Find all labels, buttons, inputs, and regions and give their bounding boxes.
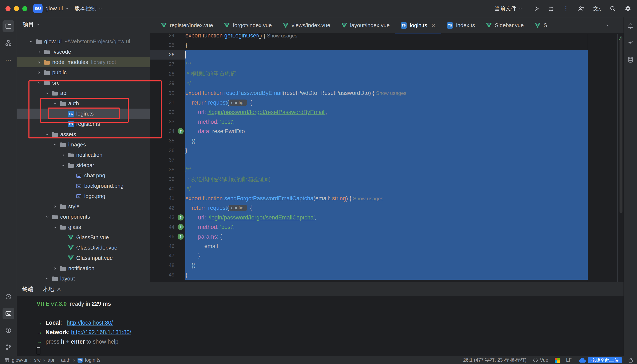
code-line-35[interactable]: }) (185, 136, 623, 146)
more-button[interactable]: ⋮ (562, 4, 570, 13)
code-line-47[interactable]: } (185, 251, 623, 261)
tool-button-structure[interactable] (3, 37, 14, 49)
gutter-line-42[interactable]: 42 (150, 203, 185, 213)
code-line-46[interactable]: email (185, 241, 623, 251)
project-tree-item[interactable]: glow-ui~/WebstormProjects/glow-ui (17, 36, 150, 47)
tab-list-chevron[interactable] (604, 23, 610, 27)
chevron-right-icon[interactable] (35, 71, 43, 74)
search-button[interactable] (609, 5, 617, 12)
tool-button-project[interactable] (3, 20, 14, 32)
code-line-25[interactable]: } (185, 40, 623, 50)
code-area[interactable]: export function getLoginUser() { Show us… (185, 34, 623, 282)
close-window-button[interactable] (6, 6, 11, 11)
project-tree-item[interactable]: notification (17, 263, 150, 274)
gutter-line-34[interactable]: 34↑ (150, 126, 185, 136)
gutter-line-25[interactable]: 25 (150, 40, 185, 50)
code-line-42[interactable]: return request(config: { (185, 203, 623, 213)
code-line-44[interactable]: method: 'post', (185, 222, 623, 232)
vcs-menu[interactable]: 版本控制 (72, 3, 105, 14)
run-config-selector[interactable]: 当前文件 (492, 3, 525, 14)
chevron-down-icon[interactable] (51, 225, 59, 229)
project-tree-item[interactable]: auth (17, 98, 150, 108)
settings-button[interactable] (624, 5, 632, 12)
terminal-link[interactable]: http://localhost:80/ (67, 320, 113, 326)
project-tree-item[interactable]: images (17, 140, 150, 150)
gutter-line-38[interactable]: 38 (150, 165, 185, 174)
code-line-43[interactable]: url: '/login/password/forgot/sendEmailCa… (185, 213, 623, 222)
gutter-line-27[interactable]: 27 (150, 60, 185, 69)
code-with-me-button[interactable] (577, 5, 585, 12)
editor-tab[interactable]: register/index.vue (155, 17, 219, 34)
code-line-32[interactable]: url: '/login/password/forgot/resetPasswo… (185, 107, 623, 117)
breadcrumb-item[interactable]: src (34, 357, 41, 363)
gutter-line-24[interactable]: 24 (150, 34, 185, 40)
code-line-36[interactable]: } (185, 146, 623, 155)
code-line-49[interactable]: } (185, 270, 623, 280)
gutter-line-41[interactable]: 41 (150, 194, 185, 203)
chevron-down-icon[interactable] (51, 102, 59, 106)
chevron-down-icon[interactable] (43, 91, 51, 95)
code-line-41[interactable]: export function sendForgotPasswordEmailC… (185, 194, 623, 203)
gutter-line-40[interactable]: 40 (150, 184, 185, 194)
gutter-line-49[interactable]: 49 (150, 270, 185, 280)
project-tree-item[interactable]: layout (17, 274, 150, 282)
gutter-line-47[interactable]: 47 (150, 251, 185, 261)
gutter-line-26[interactable]: 26 (150, 50, 185, 60)
microsoft-icon[interactable] (555, 358, 560, 363)
gutter-line-37[interactable]: 37 (150, 155, 185, 165)
gutter-line-30[interactable]: 30 (150, 88, 185, 98)
chevron-right-icon[interactable] (51, 205, 59, 208)
gutter-line-48[interactable]: 48 (150, 260, 185, 270)
tabs-more-button[interactable] (616, 25, 619, 26)
code-vision-show-usages[interactable]: Show usages (376, 90, 406, 96)
code-vision-show-usages[interactable]: Show usages (353, 196, 383, 201)
lock-icon[interactable] (628, 358, 633, 363)
chevron-right-icon[interactable] (35, 50, 43, 54)
code-line-31[interactable]: return request(config: { (185, 98, 623, 108)
code-line-30[interactable]: export function resetPasswordByEmail(res… (185, 88, 623, 98)
breadcrumb-item[interactable]: auth (61, 357, 71, 363)
editor-tab[interactable]: Sidebar.vue (481, 17, 529, 34)
line-separator-widget[interactable]: LF (566, 357, 572, 363)
code-line-29[interactable]: */ (185, 79, 623, 88)
code-line-33[interactable]: method: 'post', (185, 117, 623, 127)
upload-button[interactable]: 拖拽至此上传 (588, 357, 622, 363)
code-line-40[interactable]: */ (185, 184, 623, 194)
editor-tab[interactable]: S (529, 17, 553, 34)
project-tree-item[interactable]: components (17, 212, 150, 222)
project-tree-item[interactable]: GlassInput.vue (17, 253, 150, 263)
project-tree-item[interactable]: src (17, 78, 150, 88)
tool-button-problems[interactable] (3, 324, 14, 336)
tool-button-terminal[interactable] (3, 308, 14, 320)
gutter-change-marker-icon[interactable]: ↑ (177, 234, 184, 240)
terminal-tab-local[interactable]: 本地 × (43, 286, 61, 293)
tab-close-icon[interactable]: × (431, 22, 436, 29)
project-tree-item[interactable]: GlassBtn.vue (17, 232, 150, 242)
project-selector[interactable]: glow-ui (43, 4, 72, 14)
gutter-line-45[interactable]: 45↑ (150, 232, 185, 242)
run-button[interactable] (533, 5, 540, 12)
project-tree-item[interactable]: TSlogin.ts (17, 108, 150, 119)
tool-button-more-tools[interactable]: ⋯ (3, 54, 14, 66)
gutter-line-44[interactable]: 44↑ (150, 222, 185, 232)
code-vision-show-usages[interactable]: Show usages (267, 34, 297, 38)
editor-gutter[interactable]: 2425262728293031323334↑35363738394041424… (150, 34, 185, 282)
caret-position-widget[interactable]: 26:1 (477 字符, 23 行 换行符) (463, 357, 526, 363)
chevron-down-icon[interactable] (27, 40, 35, 44)
project-tree-item[interactable]: logo.png (17, 191, 150, 201)
chevron-down-icon[interactable] (43, 215, 51, 219)
editor-tab[interactable]: layout/index.vue (336, 17, 395, 34)
project-tree-item[interactable]: TSregister.ts (17, 119, 150, 129)
project-tree-item[interactable]: api (17, 88, 150, 98)
code-line-37[interactable] (185, 155, 623, 165)
editor-tab[interactable]: views/index.vue (277, 17, 336, 34)
code-line-27[interactable]: /** (185, 60, 623, 69)
editor-scrollbar[interactable] (619, 36, 622, 213)
gutter-line-39[interactable]: 39 (150, 174, 185, 184)
code-line-34[interactable]: data: resetPwdDto (185, 126, 623, 136)
editor-tab[interactable]: TSindex.ts (441, 17, 481, 34)
project-panel-header[interactable]: 项目 (17, 17, 150, 31)
project-tree-item[interactable]: node_moduleslibrary root (17, 57, 150, 67)
breadcrumb-item[interactable]: login.ts (85, 357, 100, 363)
tool-button-notifications[interactable] (624, 20, 636, 32)
